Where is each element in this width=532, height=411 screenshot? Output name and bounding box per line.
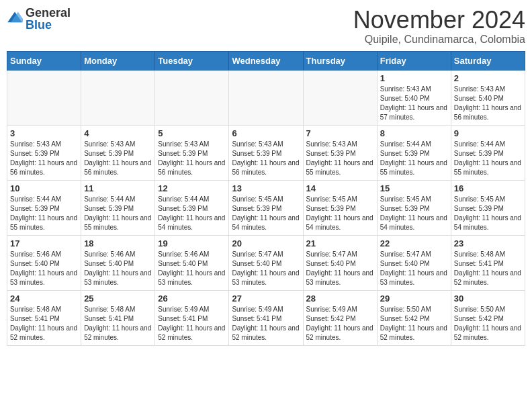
calendar-day-cell <box>155 70 229 125</box>
day-detail: Sunrise: 5:46 AM Sunset: 5:40 PM Dayligh… <box>158 250 226 287</box>
day-number: 18 <box>84 238 152 248</box>
day-number: 22 <box>380 238 448 248</box>
calendar-day-cell: 14Sunrise: 5:45 AM Sunset: 5:39 PM Dayli… <box>303 180 377 235</box>
day-number: 16 <box>454 183 522 193</box>
calendar-day-cell: 28Sunrise: 5:49 AM Sunset: 5:42 PM Dayli… <box>303 290 377 345</box>
day-detail: Sunrise: 5:47 AM Sunset: 5:40 PM Dayligh… <box>380 250 448 287</box>
day-detail: Sunrise: 5:43 AM Sunset: 5:39 PM Dayligh… <box>84 140 152 177</box>
calendar-day-cell: 24Sunrise: 5:48 AM Sunset: 5:41 PM Dayli… <box>7 290 81 345</box>
day-detail: Sunrise: 5:44 AM Sunset: 5:39 PM Dayligh… <box>84 195 152 232</box>
weekday-header: Tuesday <box>155 51 229 70</box>
weekday-header: Friday <box>377 51 451 70</box>
day-number: 8 <box>380 128 448 138</box>
calendar-week-row: 17Sunrise: 5:46 AM Sunset: 5:40 PM Dayli… <box>7 235 525 290</box>
day-detail: Sunrise: 5:43 AM Sunset: 5:39 PM Dayligh… <box>10 140 78 177</box>
day-detail: Sunrise: 5:43 AM Sunset: 5:39 PM Dayligh… <box>232 140 300 177</box>
day-detail: Sunrise: 5:44 AM Sunset: 5:39 PM Dayligh… <box>454 140 522 177</box>
calendar-day-cell: 9Sunrise: 5:44 AM Sunset: 5:39 PM Daylig… <box>451 125 525 180</box>
calendar-day-cell: 26Sunrise: 5:49 AM Sunset: 5:41 PM Dayli… <box>155 290 229 345</box>
day-detail: Sunrise: 5:50 AM Sunset: 5:42 PM Dayligh… <box>380 305 448 342</box>
calendar-day-cell: 2Sunrise: 5:43 AM Sunset: 5:40 PM Daylig… <box>451 70 525 125</box>
day-detail: Sunrise: 5:48 AM Sunset: 5:41 PM Dayligh… <box>10 305 78 342</box>
day-detail: Sunrise: 5:49 AM Sunset: 5:42 PM Dayligh… <box>306 305 374 342</box>
calendar-day-cell: 30Sunrise: 5:50 AM Sunset: 5:42 PM Dayli… <box>451 290 525 345</box>
page-header: General Blue November 2024 Quipile, Cund… <box>7 7 525 46</box>
calendar-day-cell: 22Sunrise: 5:47 AM Sunset: 5:40 PM Dayli… <box>377 235 451 290</box>
calendar-day-cell: 25Sunrise: 5:48 AM Sunset: 5:41 PM Dayli… <box>81 290 155 345</box>
calendar-day-cell: 16Sunrise: 5:45 AM Sunset: 5:39 PM Dayli… <box>451 180 525 235</box>
day-detail: Sunrise: 5:49 AM Sunset: 5:41 PM Dayligh… <box>158 305 226 342</box>
day-number: 23 <box>454 238 522 248</box>
logo-blue: Blue <box>26 19 71 31</box>
calendar-day-cell: 11Sunrise: 5:44 AM Sunset: 5:39 PM Dayli… <box>81 180 155 235</box>
calendar-day-cell: 12Sunrise: 5:44 AM Sunset: 5:39 PM Dayli… <box>155 180 229 235</box>
calendar-day-cell: 10Sunrise: 5:44 AM Sunset: 5:39 PM Dayli… <box>7 180 81 235</box>
calendar-day-cell: 21Sunrise: 5:47 AM Sunset: 5:40 PM Dayli… <box>303 235 377 290</box>
day-number: 6 <box>232 128 300 138</box>
day-number: 11 <box>84 183 152 193</box>
calendar-day-cell: 1Sunrise: 5:43 AM Sunset: 5:40 PM Daylig… <box>377 70 451 125</box>
day-number: 30 <box>454 293 522 304</box>
calendar-day-cell: 17Sunrise: 5:46 AM Sunset: 5:40 PM Dayli… <box>7 235 81 290</box>
calendar-day-cell: 19Sunrise: 5:46 AM Sunset: 5:40 PM Dayli… <box>155 235 229 290</box>
day-number: 3 <box>10 128 78 138</box>
calendar-day-cell: 3Sunrise: 5:43 AM Sunset: 5:39 PM Daylig… <box>7 125 81 180</box>
day-number: 5 <box>158 128 226 138</box>
weekday-header-row: SundayMondayTuesdayWednesdayThursdayFrid… <box>7 51 525 70</box>
day-number: 28 <box>306 293 374 304</box>
calendar-day-cell <box>229 70 303 125</box>
day-detail: Sunrise: 5:48 AM Sunset: 5:41 PM Dayligh… <box>454 250 522 287</box>
day-detail: Sunrise: 5:43 AM Sunset: 5:39 PM Dayligh… <box>306 140 374 177</box>
weekday-header: Saturday <box>451 51 525 70</box>
calendar-day-cell: 27Sunrise: 5:49 AM Sunset: 5:41 PM Dayli… <box>229 290 303 345</box>
calendar-day-cell: 13Sunrise: 5:45 AM Sunset: 5:39 PM Dayli… <box>229 180 303 235</box>
calendar-day-cell: 8Sunrise: 5:44 AM Sunset: 5:39 PM Daylig… <box>377 125 451 180</box>
location-title: Quipile, Cundinamarca, Colombia <box>353 34 525 46</box>
day-detail: Sunrise: 5:47 AM Sunset: 5:40 PM Dayligh… <box>232 250 300 287</box>
day-number: 15 <box>380 183 448 193</box>
weekday-header: Sunday <box>7 51 81 70</box>
calendar-week-row: 10Sunrise: 5:44 AM Sunset: 5:39 PM Dayli… <box>7 180 525 235</box>
day-number: 29 <box>380 293 448 304</box>
day-detail: Sunrise: 5:45 AM Sunset: 5:39 PM Dayligh… <box>454 195 522 232</box>
day-number: 9 <box>454 128 522 138</box>
calendar-day-cell: 18Sunrise: 5:46 AM Sunset: 5:40 PM Dayli… <box>81 235 155 290</box>
calendar-day-cell: 7Sunrise: 5:43 AM Sunset: 5:39 PM Daylig… <box>303 125 377 180</box>
month-title: November 2024 <box>353 7 525 34</box>
day-number: 19 <box>158 238 226 248</box>
day-number: 17 <box>10 238 78 248</box>
calendar-day-cell: 5Sunrise: 5:43 AM Sunset: 5:39 PM Daylig… <box>155 125 229 180</box>
day-detail: Sunrise: 5:44 AM Sunset: 5:39 PM Dayligh… <box>158 195 226 232</box>
logo-icon <box>7 11 23 24</box>
day-number: 7 <box>306 128 374 138</box>
day-detail: Sunrise: 5:44 AM Sunset: 5:39 PM Dayligh… <box>10 195 78 232</box>
day-number: 14 <box>306 183 374 193</box>
day-detail: Sunrise: 5:46 AM Sunset: 5:40 PM Dayligh… <box>84 250 152 287</box>
weekday-header: Monday <box>81 51 155 70</box>
weekday-header: Thursday <box>303 51 377 70</box>
logo-general: General <box>26 7 71 19</box>
day-number: 21 <box>306 238 374 248</box>
day-number: 2 <box>454 73 522 83</box>
calendar-day-cell: 23Sunrise: 5:48 AM Sunset: 5:41 PM Dayli… <box>451 235 525 290</box>
day-detail: Sunrise: 5:45 AM Sunset: 5:39 PM Dayligh… <box>380 195 448 232</box>
day-number: 26 <box>158 293 226 304</box>
day-number: 4 <box>84 128 152 138</box>
title-area: November 2024 Quipile, Cundinamarca, Col… <box>353 7 525 46</box>
day-number: 20 <box>232 238 300 248</box>
day-detail: Sunrise: 5:45 AM Sunset: 5:39 PM Dayligh… <box>306 195 374 232</box>
day-detail: Sunrise: 5:47 AM Sunset: 5:40 PM Dayligh… <box>306 250 374 287</box>
calendar-week-row: 24Sunrise: 5:48 AM Sunset: 5:41 PM Dayli… <box>7 290 525 345</box>
day-number: 27 <box>232 293 300 304</box>
weekday-header: Wednesday <box>229 51 303 70</box>
day-detail: Sunrise: 5:49 AM Sunset: 5:41 PM Dayligh… <box>232 305 300 342</box>
calendar-day-cell <box>7 70 81 125</box>
day-detail: Sunrise: 5:43 AM Sunset: 5:40 PM Dayligh… <box>380 85 448 122</box>
calendar-day-cell <box>81 70 155 125</box>
calendar-day-cell: 20Sunrise: 5:47 AM Sunset: 5:40 PM Dayli… <box>229 235 303 290</box>
day-number: 13 <box>232 183 300 193</box>
calendar-day-cell: 4Sunrise: 5:43 AM Sunset: 5:39 PM Daylig… <box>81 125 155 180</box>
calendar-week-row: 1Sunrise: 5:43 AM Sunset: 5:40 PM Daylig… <box>7 70 525 125</box>
day-number: 12 <box>158 183 226 193</box>
calendar-table: SundayMondayTuesdayWednesdayThursdayFrid… <box>7 51 525 346</box>
